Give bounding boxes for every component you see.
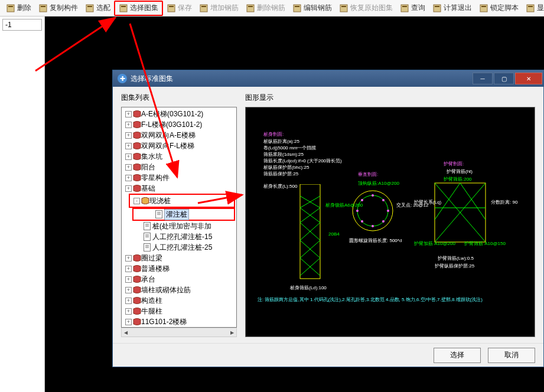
expand-icon[interactable]: + [125,319,132,325]
tree-item-label: A-E楼梯(03G101-2) [141,109,203,119]
expand-icon[interactable]: + [125,153,132,160]
scroll-left-icon[interactable]: ◀ [122,328,130,337]
tree-item[interactable]: + 牛腿柱 [123,306,235,316]
toolbar-query[interactable]: 查询 [396,1,429,16]
delete-rebar-icon [246,4,255,13]
expand-icon[interactable]: - [133,198,140,204]
minimize-button[interactable]: ─ [473,73,493,84]
book-icon [141,197,149,204]
cad-label: 护臂筛筋(ht) [447,168,473,175]
tree-item[interactable]: 人工挖孔灌注桩-25 [123,242,235,253]
toolbar-show-full[interactable]: 显示全图 [522,1,544,16]
svg-point-48 [356,210,359,212]
expand-icon[interactable]: + [125,266,132,272]
tree-item[interactable]: + 零星构件 [123,172,235,183]
tree-item[interactable]: + 11G101-2楼梯 [123,316,235,327]
cad-label: 护臂筛筋 A10@150 [464,240,506,247]
toolbar-label: 保存 [178,3,192,13]
svg-rect-11 [201,6,206,7]
tree-item[interactable]: + 双网双向A-E楼梯 [123,130,235,141]
tree-item[interactable]: 桩(处理加密与非加 [123,221,235,231]
titlebar[interactable]: ✚ 选择标准图集 ─ ▢ ✕ [113,70,543,87]
cad-label: 筛筋筋保护层:25 [263,171,298,177]
toolbar-delete[interactable]: 删除 [2,1,35,16]
expand-icon[interactable]: + [125,185,132,192]
expand-icon[interactable]: + [125,143,132,149]
expand-icon[interactable]: + [125,276,132,283]
svg-line-54 [460,183,486,220]
cad-label: 筛筋浆段(1dsm):25 [263,151,304,158]
tree-item-label: 普通楼梯 [141,264,170,274]
tree-item[interactable]: + 构造柱 [123,295,235,306]
tree-item-label: 牛腿柱 [141,306,162,316]
tree-item[interactable]: + 墙柱或砌体拉筋 [123,285,235,295]
svg-rect-19 [402,6,407,7]
toolbar-label: 选择图集 [130,3,158,13]
expand-icon[interactable]: + [125,111,132,117]
cad-label: 顶钩纵筋:A10@200 [358,180,399,187]
expand-icon[interactable]: + [125,308,132,315]
select-button[interactable]: 选择 [434,348,481,363]
tree-item-label: 构造柱 [141,296,162,306]
select-drawing-dialog: ✚ 选择标准图集 ─ ▢ ✕ 图集列表 + A-E楼梯(03G101-2)+ F… [112,70,544,367]
cad-label: 卷(Ldj)5000 mm一个挡揽 [263,145,316,151]
expand-icon[interactable]: + [125,255,132,262]
cad-label: 桩身筛筋(Ld):100 [290,285,327,291]
tree-item[interactable]: 人工挖孔灌注桩-15 [123,231,235,242]
tree-item[interactable]: 灌注桩 [135,209,233,220]
scroll-right-icon[interactable]: ▶ [228,328,236,337]
toolbar-label: 显示全图 [537,3,544,13]
toolbar-select-drawing-set[interactable]: 选择图集 [114,1,163,16]
expand-icon[interactable]: + [125,287,132,293]
tree-item[interactable]: + 圈过梁 [123,253,235,263]
tree-item[interactable]: - 现浇桩 [131,195,233,206]
cad-label: 护臂长系(Lq) [414,199,441,205]
toolbar-delete-rebar: 删除钢筋 [242,1,289,16]
select-drawing-set-icon [119,4,128,13]
tree-item-label: 基础 [141,184,155,194]
maximize-button[interactable]: ▢ [494,73,514,84]
tree-item-label: 11G101-2楼梯 [141,317,187,327]
tree-item[interactable]: + 普通楼梯 [123,263,235,274]
cad-label: 垂直剖面: [358,171,378,178]
toolbar-lock-script[interactable]: 锁定脚本 [475,1,522,16]
close-button[interactable]: ✕ [515,73,542,84]
cad-label: 桩纵筋保护层(bhc):25 [263,164,309,171]
tree-item[interactable]: + A-E楼梯(03G101-2) [123,109,235,119]
expand-icon[interactable]: + [125,175,132,181]
expand-icon[interactable]: + [125,164,132,171]
svg-rect-8 [168,5,175,12]
toolbar-restore-drawing: 恢复原始图集 [335,1,396,16]
toolbar-edit-rebar[interactable]: 编辑钢筋 [289,1,335,16]
toolbar-select-config[interactable]: 选配 [82,1,114,16]
book-icon [133,110,141,117]
tree-item[interactable]: + 阳台 [123,162,235,172]
tree-item[interactable]: + 双网双向F-L楼梯 [123,141,235,151]
tree-list[interactable]: + A-E楼梯(03G101-2)+ F-L楼梯(03G101-2)+ 双网双向… [121,107,237,328]
tree-item[interactable]: + 基础 [123,183,235,194]
tree-item-label: 圈过梁 [141,253,162,263]
expand-icon[interactable]: + [125,122,132,128]
delete-icon [6,4,15,13]
tree-horizontal-scrollbar[interactable]: ◀ ▶ [121,328,237,337]
tree-item-label: 墙柱或砌体拉筋 [141,285,191,295]
svg-point-40 [353,191,393,231]
cancel-button[interactable]: 取消 [488,348,535,363]
expand-icon[interactable]: + [125,132,132,139]
tree-item-label: 现浇桩 [149,196,171,206]
tree-item-label: 双网双向F-L楼梯 [141,141,194,151]
tree-item[interactable]: + F-L楼梯(03G101-2) [123,119,235,130]
tree-item[interactable]: + 承台 [123,274,235,285]
tree-item[interactable]: + 集水坑 [123,151,235,162]
copy-component-icon [38,4,48,13]
cad-label: 护臂剖面: [444,161,464,167]
toolbar-calc-exit[interactable]: 计算退出 [429,1,475,16]
toolbar-label: 查询 [411,3,425,13]
expand-icon[interactable]: + [125,298,132,304]
toolbar-copy-component[interactable]: 复制构件 [35,1,82,16]
preview-label: 图形显示 [245,93,535,104]
toolbar-label: 编辑钢筋 [304,3,332,13]
svg-rect-23 [481,6,486,7]
svg-rect-5 [87,6,92,7]
toolbar-add-rebar: 增加钢筋 [196,1,242,16]
